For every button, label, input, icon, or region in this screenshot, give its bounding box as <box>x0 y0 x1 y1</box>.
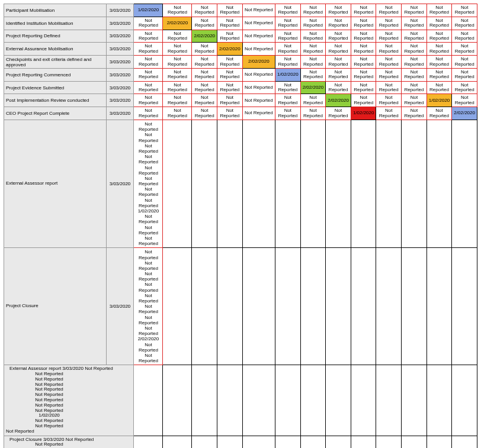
status-cell: Not Reported <box>376 17 402 30</box>
empty-cell <box>402 248 427 365</box>
empty-cell <box>402 365 427 436</box>
status-cell: Not Reported <box>217 30 243 43</box>
overflow-block: External Assessor report 3/03/2020 Not R… <box>4 365 477 436</box>
status-cell: Not Reported <box>326 30 351 43</box>
overflow-block: Project Closure 3/03/2020 Not ReportedNo… <box>4 436 477 448</box>
status-cell: Not Reported <box>402 56 427 69</box>
row-date: 3/03/2020 <box>106 107 134 120</box>
status-cell: Not Reported <box>217 68 243 81</box>
status-cell: Not Reported <box>376 56 402 69</box>
status-cell: Not Reported <box>452 68 477 81</box>
status-cell: Not Reported <box>134 94 163 107</box>
status-cell: Not Reported <box>192 17 217 30</box>
empty-cell <box>326 436 351 448</box>
status-cell: Not Reported <box>300 94 326 107</box>
status-cell: Not Reported <box>134 81 163 94</box>
status-cell: Not Reported <box>326 4 351 17</box>
status-cell: Not Reported <box>351 56 376 69</box>
row-date: 3/03/2020 <box>106 30 134 43</box>
status-cell: Not Reported <box>275 107 301 120</box>
status-cell: Not Reported <box>275 4 301 17</box>
status-cell: Not Reported <box>217 81 243 94</box>
status-cell: Not Reported <box>427 56 452 69</box>
empty-cell <box>326 120 351 248</box>
status-cell: Not Reported <box>452 4 477 17</box>
status-cell: Not Reported <box>402 107 427 120</box>
empty-cell <box>376 248 402 365</box>
status-cell: Not Reported <box>275 30 301 43</box>
table-row: Checkpoints and exit criteria defined an… <box>4 56 477 69</box>
empty-cell <box>217 120 243 248</box>
status-cell: Not Reported <box>452 30 477 43</box>
empty-cell <box>163 365 192 436</box>
status-cell: Not Reported <box>452 17 477 30</box>
empty-cell <box>134 436 163 448</box>
status-cell: 2/02/2020 <box>326 94 351 107</box>
status-cell: Not Reported <box>402 43 427 56</box>
status-cell: Not Reported <box>163 30 192 43</box>
row-date: 3/03/2020 <box>106 81 134 94</box>
status-cell: Not Reported <box>163 68 192 81</box>
empty-cell <box>275 120 301 248</box>
status-cell: Not Reported <box>427 43 452 56</box>
status-cell: Not Reported <box>351 81 376 94</box>
status-cell: Not Reported <box>326 81 351 94</box>
status-cell: Not Reported <box>275 17 301 30</box>
empty-cell <box>134 365 163 436</box>
status-cell: 1/02/2020 <box>275 68 301 81</box>
overflow-label: Project Closure 3/03/2020 Not ReportedNo… <box>4 436 134 448</box>
status-cell: Not Reported <box>163 81 192 94</box>
status-cell: 2/02/2020 <box>192 30 217 43</box>
status-cell: Not Reported <box>242 94 275 107</box>
status-cell: Not Reported <box>192 68 217 81</box>
status-cell: Not Reported <box>275 94 301 107</box>
status-cell: Not Reported <box>242 4 275 17</box>
row-date: 3/03/2020 <box>106 17 134 30</box>
status-cell: Not Reported <box>242 107 275 120</box>
status-cell: Not Reported <box>376 4 402 17</box>
table-row: Project Evidence Submitted3/03/2020Not R… <box>4 81 477 94</box>
empty-cell <box>217 365 243 436</box>
empty-cell <box>427 365 452 436</box>
status-cell: Not Reported <box>134 30 163 43</box>
status-cell: Not Reported <box>242 68 275 81</box>
empty-cell <box>163 120 192 248</box>
status-cell: Not Reported <box>402 30 427 43</box>
status-cell: Not Reported <box>402 4 427 17</box>
overflow-label: External Assessor report 3/03/2020 Not R… <box>4 365 134 436</box>
empty-cell <box>300 436 326 448</box>
status-cell: Not Reported <box>300 17 326 30</box>
table-row: External Assurance Mobilisation3/03/2020… <box>4 43 477 56</box>
status-cell: Not Reported <box>134 17 163 30</box>
status-cell: Not Reported <box>163 56 192 69</box>
empty-cell <box>351 365 376 436</box>
status-cell: Not Reported <box>452 81 477 94</box>
row-label: Project Closure <box>4 248 107 365</box>
status-cell: Not Reported <box>192 4 217 17</box>
status-cell: Not Reported <box>376 107 402 120</box>
empty-cell <box>242 120 275 248</box>
empty-cell <box>351 120 376 248</box>
status-cell: Not Reported <box>427 107 452 120</box>
row-label: Identified Institution Mobilisation <box>4 17 107 30</box>
status-cell: 2/02/2020 <box>452 107 477 120</box>
row-date: 3/03/2020 <box>106 43 134 56</box>
empty-cell <box>427 248 452 365</box>
empty-cell <box>163 248 192 365</box>
row-date: 3/03/2020 <box>106 94 134 107</box>
status-cell: Not Reported <box>326 17 351 30</box>
status-cell: Not Reported <box>376 30 402 43</box>
status-cell: Not Reported <box>163 4 192 17</box>
overflow-header: Project Closure 3/03/2020 Not Reported <box>6 437 132 443</box>
status-cell: Not Reported <box>192 81 217 94</box>
status-cell: Not Reported <box>427 17 452 30</box>
empty-cell <box>275 436 301 448</box>
row-date: 3/03/2020 <box>106 248 134 365</box>
status-cell: Not Reported <box>427 30 452 43</box>
empty-cell <box>326 248 351 365</box>
empty-cell <box>192 120 217 248</box>
status-cell: Not Reported <box>326 43 351 56</box>
status-cell: Not Reported <box>217 56 243 69</box>
status-cell: Not Reported <box>300 30 326 43</box>
empty-cell <box>452 248 477 365</box>
